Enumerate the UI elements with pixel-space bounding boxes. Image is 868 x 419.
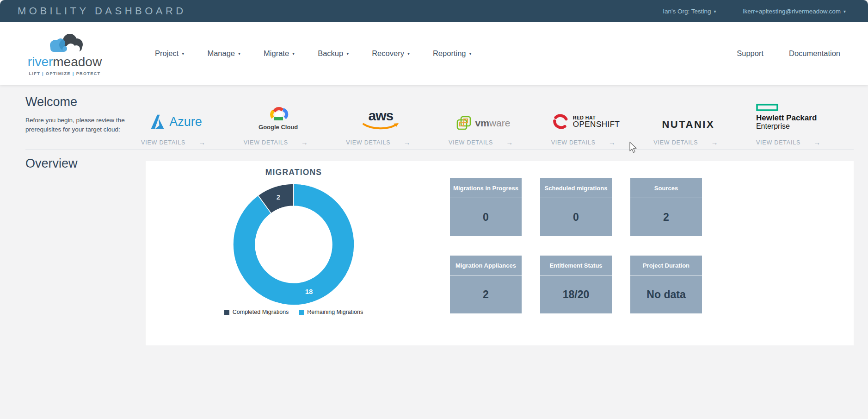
chart-title: MIGRATIONS bbox=[265, 168, 322, 177]
aws-logo: aws bbox=[362, 96, 399, 131]
azure-wordmark: Azure bbox=[169, 115, 202, 129]
mouse-cursor bbox=[628, 142, 638, 154]
overview-title: Overview bbox=[25, 156, 78, 171]
chevron-down-icon: ▾ bbox=[182, 51, 184, 56]
stat-card-scheduled-migrations: Scheduled migrations 0 bbox=[540, 178, 612, 236]
hpe-wordmark-line1: Hewlett Packard bbox=[756, 113, 817, 123]
arrow-right-icon: → bbox=[711, 138, 718, 146]
view-details-link-openshift[interactable]: VIEW DETAILS→ bbox=[551, 135, 621, 146]
aws-smile-icon bbox=[362, 122, 399, 131]
arrow-right-icon: → bbox=[404, 138, 411, 146]
migrations-chart: MIGRATIONS 218 Completed Migrations Rema… bbox=[206, 168, 382, 315]
view-details-link-vmware[interactable]: VIEW DETAILS→ bbox=[449, 135, 518, 146]
legend-swatch-remaining bbox=[299, 310, 304, 315]
clouds-logo-icon bbox=[43, 31, 87, 57]
chevron-down-icon: ▾ bbox=[843, 9, 846, 14]
vmware-logo: vmware bbox=[456, 96, 511, 131]
nav-menu-migrate[interactable]: Migrate▾ bbox=[264, 49, 295, 58]
arrow-right-icon: → bbox=[813, 138, 820, 146]
legend-item-completed[interactable]: Completed Migrations bbox=[224, 309, 289, 315]
aws-wordmark: aws bbox=[368, 110, 393, 121]
view-details-link-azure[interactable]: VIEW DETAILS→ bbox=[141, 135, 210, 146]
svg-text:2: 2 bbox=[277, 193, 280, 201]
migrations-donut-chart[interactable]: 218 bbox=[231, 182, 356, 307]
chart-legend: Completed Migrations Remaining Migration… bbox=[224, 309, 363, 315]
view-details-link-hpe[interactable]: VIEW DETAILS→ bbox=[756, 135, 825, 146]
arrow-right-icon: → bbox=[506, 138, 513, 146]
main-navbar: rivermeadow LIFT|OPTIMIZE|PROTECT Projec… bbox=[0, 22, 868, 85]
google-cloud-icon bbox=[268, 106, 289, 122]
legend-swatch-completed bbox=[224, 310, 229, 315]
view-details-link-aws[interactable]: VIEW DETAILS→ bbox=[346, 135, 415, 146]
nav-menu-recovery[interactable]: Recovery▾ bbox=[372, 49, 410, 58]
cloud-tile-vmware: vmware VIEW DETAILS→ bbox=[449, 96, 518, 146]
view-details-link-google-cloud[interactable]: VIEW DETAILS→ bbox=[244, 135, 313, 146]
chevron-down-icon: ▾ bbox=[714, 9, 716, 14]
vmware-wordmark: vmware bbox=[475, 118, 511, 129]
welcome-title: Welcome bbox=[25, 95, 141, 109]
azure-icon bbox=[149, 113, 166, 131]
openshift-wordmark: RED HAT OPENSHIFT bbox=[573, 115, 620, 129]
nutanix-logo: NUTANIX bbox=[662, 96, 714, 131]
legend-item-remaining[interactable]: Remaining Migrations bbox=[299, 309, 363, 315]
openshift-logo: RED HAT OPENSHIFT bbox=[552, 96, 620, 131]
chevron-down-icon: ▾ bbox=[469, 51, 471, 56]
svg-text:18: 18 bbox=[305, 288, 313, 295]
chevron-down-icon: ▾ bbox=[346, 51, 349, 56]
overview-panel: MIGRATIONS 218 Completed Migrations Rema… bbox=[146, 161, 854, 345]
arrow-right-icon: → bbox=[301, 138, 308, 146]
stat-card-entitlement-status: Entitlement Status 18/20 bbox=[540, 256, 612, 313]
section-divider bbox=[25, 150, 854, 150]
welcome-section: Welcome Before you begin, please review … bbox=[25, 95, 141, 134]
stat-card-migrations-in-progress: Migrations in Progress 0 bbox=[450, 178, 522, 236]
stat-card-project-duration: Project Duration No data bbox=[630, 256, 702, 313]
vmware-icon bbox=[456, 116, 471, 131]
top-app-bar: MOBILITY DASHBOARD Ian's Org: Testing ▾ … bbox=[0, 0, 868, 22]
support-link[interactable]: Support bbox=[737, 49, 763, 58]
topbar-right-group: Ian's Org: Testing ▾ ikerr+apitesting@ri… bbox=[663, 8, 846, 15]
nav-menu-manage[interactable]: Manage▾ bbox=[207, 49, 240, 58]
stats-grid: Migrations in Progress 0 Scheduled migra… bbox=[450, 178, 702, 313]
stat-card-sources: Sources 2 bbox=[630, 178, 702, 236]
google-cloud-caption: Google Cloud bbox=[259, 124, 298, 131]
logo-word-river: river bbox=[28, 55, 53, 69]
azure-logo: Azure bbox=[149, 96, 202, 131]
logo-wordmark: rivermeadow bbox=[28, 56, 102, 69]
cloud-tile-google-cloud: Google Cloud VIEW DETAILS→ bbox=[244, 96, 313, 146]
stat-card-migration-appliances: Migration Appliances 2 bbox=[450, 256, 522, 313]
cloud-tile-aws: aws VIEW DETAILS→ bbox=[346, 96, 415, 146]
org-dropdown[interactable]: Ian's Org: Testing ▾ bbox=[663, 8, 716, 15]
hpe-logo: Hewlett Packard Enterprise bbox=[756, 96, 817, 131]
rivermeadow-logo[interactable]: rivermeadow LIFT|OPTIMIZE|PROTECT bbox=[25, 31, 104, 76]
user-dropdown[interactable]: ikerr+apitesting@rivermeadow.com ▾ bbox=[743, 8, 846, 15]
nav-menu-group: Project▾ Manage▾ Migrate▾ Backup▾ Recove… bbox=[155, 49, 472, 58]
chevron-down-icon: ▾ bbox=[292, 51, 295, 56]
chevron-down-icon: ▾ bbox=[407, 51, 410, 56]
user-dropdown-label: ikerr+apitesting@rivermeadow.com bbox=[743, 8, 841, 15]
arrow-right-icon: → bbox=[609, 138, 616, 146]
documentation-link[interactable]: Documentation bbox=[789, 49, 840, 58]
logo-word-meadow: meadow bbox=[53, 55, 102, 69]
cloud-tile-nutanix: NUTANIX VIEW DETAILS→ bbox=[653, 96, 723, 146]
nutanix-wordmark: NUTANIX bbox=[662, 119, 714, 131]
nav-menu-project[interactable]: Project▾ bbox=[155, 49, 184, 58]
welcome-subtitle: Before you begin, please review the prer… bbox=[25, 116, 141, 134]
nav-menu-backup[interactable]: Backup▾ bbox=[318, 49, 349, 58]
app-title: MOBILITY DASHBOARD bbox=[18, 5, 186, 17]
nav-links-group: Support Documentation bbox=[737, 49, 840, 58]
nav-menu-reporting[interactable]: Reporting▾ bbox=[433, 49, 472, 58]
openshift-icon bbox=[552, 113, 569, 131]
hpe-rectangle-icon bbox=[756, 104, 779, 112]
cloud-tile-azure: Azure VIEW DETAILS→ bbox=[141, 96, 210, 146]
chevron-down-icon: ▾ bbox=[238, 51, 240, 56]
logo-tagline: LIFT|OPTIMIZE|PROTECT bbox=[29, 71, 101, 76]
org-dropdown-label: Ian's Org: Testing bbox=[663, 8, 711, 15]
view-details-link-nutanix[interactable]: VIEW DETAILS→ bbox=[653, 135, 723, 146]
hpe-wordmark-line2: Enterprise bbox=[756, 122, 790, 131]
google-cloud-logo: Google Cloud bbox=[259, 96, 298, 131]
target-clouds-row: Azure VIEW DETAILS→ Google Cloud VIEW DE… bbox=[141, 96, 825, 146]
arrow-right-icon: → bbox=[198, 138, 205, 146]
cloud-tile-openshift: RED HAT OPENSHIFT VIEW DETAILS→ bbox=[551, 96, 621, 146]
cloud-tile-hpe: Hewlett Packard Enterprise VIEW DETAILS→ bbox=[756, 96, 825, 146]
